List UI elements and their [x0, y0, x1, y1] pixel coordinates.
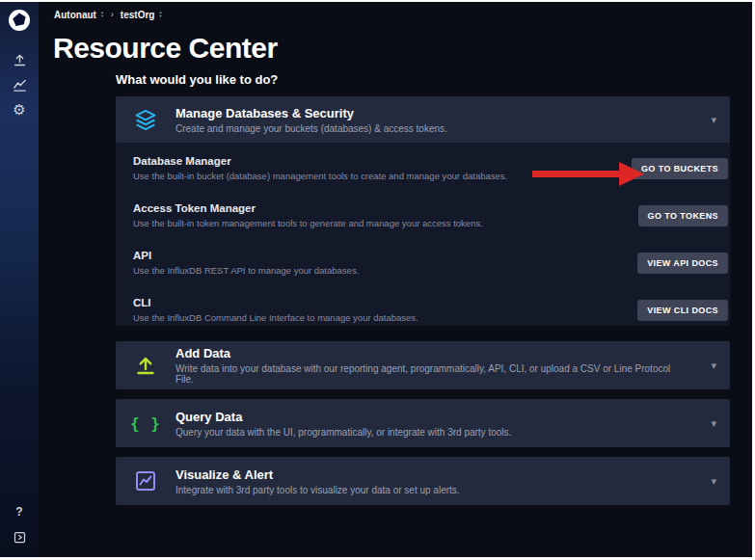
breadcrumb-bar: Autonaut ▲▼ › testOrg ▲▼ [39, 2, 752, 27]
row-description: Use the InfluxDB REST API to manage your… [133, 265, 359, 276]
chevron-down-icon[interactable]: ▾ [711, 114, 730, 126]
panel-visualize-alert-header[interactable]: Visualize & Alert Integrate with 3rd par… [116, 457, 730, 505]
influxdb-logo-icon[interactable] [8, 9, 31, 32]
row-title: CLI [133, 297, 418, 308]
panel-add-data-header[interactable]: Add Data Write data into your database w… [116, 341, 730, 389]
nav-version-switcher[interactable] [0, 524, 39, 549]
row-title: API [133, 250, 359, 261]
row-text: Database Manager Use the built-in bucket… [133, 155, 507, 181]
red-arrow-annotation [532, 159, 646, 188]
row-text: API Use the InfluxDB REST API to manage … [133, 250, 359, 276]
breadcrumb-project[interactable]: testOrg ▲▼ [121, 10, 170, 20]
panel-manage-databases: Manage Databases & Security Create and m… [116, 96, 730, 326]
view-cli-docs-button[interactable]: VIEW CLI DOCS [637, 300, 728, 321]
layers-icon [116, 108, 175, 132]
resource-row-access-token-manager: Access Token Manager Use the built-in to… [133, 200, 728, 231]
breadcrumb-org-label: Autonaut [54, 10, 96, 20]
panel-subtitle: Create and manage your buckets (database… [175, 123, 447, 134]
nav-settings[interactable]: ⚙ [0, 97, 39, 122]
row-text: CLI Use the InfluxDB Command Line Interf… [133, 297, 418, 323]
panel-header-text: Query Data Query your data with the UI, … [175, 410, 540, 438]
row-description: Use the built-in bucket (database) manag… [133, 171, 507, 181]
panel-toggle-icon [13, 530, 27, 545]
resource-panels: What would you like to do? Manage Databa… [116, 72, 730, 505]
line-chart-icon [116, 469, 175, 493]
panel-title: Visualize & Alert [175, 467, 460, 482]
row-description: Use the built-in token management tools … [133, 218, 483, 228]
influxdb-app: ⚙ ? Autonaut ▲▼ › testOrg ▲▼ Resource Ce… [0, 2, 752, 557]
curly-braces-icon: { } [116, 414, 175, 433]
breadcrumb-org[interactable]: Autonaut ▲▼ [54, 10, 111, 20]
panel-title: Query Data [175, 410, 511, 424]
chevron-down-icon[interactable]: ▾ [711, 475, 730, 488]
nav-help[interactable]: ? [0, 499, 39, 524]
panel-visualize-alert: Visualize & Alert Integrate with 3rd par… [116, 457, 730, 505]
caret-updown-icon: ▲▼ [100, 11, 104, 18]
chevron-down-icon[interactable]: ▾ [711, 360, 730, 372]
row-text: Access Token Manager Use the built-in to… [133, 202, 483, 228]
go-to-tokens-button[interactable]: GO TO TOKENS [638, 205, 728, 227]
main-content: Resource Center What would you like to d… [39, 27, 752, 557]
help-icon: ? [15, 505, 22, 519]
panel-header-text: Manage Databases & Security Create and m… [175, 106, 476, 134]
panel-subtitle: Write data into your database with our r… [175, 363, 682, 385]
resource-row-api: API Use the InfluxDB REST API to manage … [133, 247, 728, 279]
page-subtitle: What would you like to do? [116, 72, 730, 87]
panel-header-text: Visualize & Alert Integrate with 3rd par… [175, 467, 489, 495]
panel-subtitle: Integrate with 3rd party tools to visual… [175, 485, 460, 495]
panel-title: Manage Databases & Security [175, 106, 447, 120]
panel-title: Add Data [175, 346, 682, 360]
page-title: Resource Center [53, 31, 752, 65]
chevron-down-icon[interactable]: ▾ [711, 417, 730, 430]
graph-icon [13, 78, 27, 93]
gear-icon: ⚙ [13, 101, 25, 119]
upload-icon [13, 53, 27, 67]
upload-arrow-icon [116, 354, 175, 377]
breadcrumb-separator-icon: › [111, 10, 114, 19]
caret-updown-icon: ▲▼ [158, 11, 162, 18]
row-title: Access Token Manager [133, 202, 483, 214]
view-api-docs-button[interactable]: VIEW API DOCS [637, 253, 728, 274]
sidebar: ⚙ ? [0, 2, 39, 557]
panel-query-data-header[interactable]: { } Query Data Query your data with the … [116, 399, 730, 447]
breadcrumb-project-label: testOrg [121, 10, 155, 20]
row-description: Use the InfluxDB Command Line Interface … [133, 312, 418, 323]
row-title: Database Manager [133, 155, 507, 167]
panel-header-text: Add Data Write data into your database w… [175, 346, 711, 385]
nav-load-data[interactable] [0, 47, 39, 72]
panel-manage-databases-header[interactable]: Manage Databases & Security Create and m… [116, 96, 730, 143]
panel-add-data: Add Data Write data into your database w… [116, 341, 730, 389]
panel-query-data: { } Query Data Query your data with the … [116, 399, 730, 447]
nav-data-explorer[interactable] [0, 72, 39, 97]
panel-subtitle: Query your data with the UI, programmati… [175, 427, 511, 438]
resource-row-cli: CLI Use the InfluxDB Command Line Interf… [133, 294, 728, 326]
